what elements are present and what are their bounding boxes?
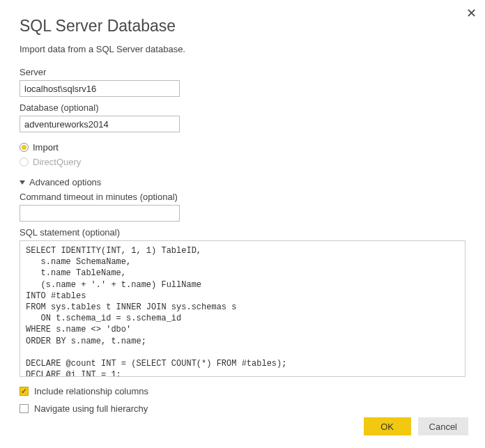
radio-selected-icon [20,143,29,152]
server-label: Server [20,67,465,77]
navigate-hierarchy-label: Navigate using full hierarchy [34,403,148,414]
timeout-label: Command timeout in minutes (optional) [20,192,465,202]
directquery-radio-label: DirectQuery [33,157,81,167]
sql-statement-input[interactable] [20,240,465,377]
dialog-buttons: OK Cancel [364,417,468,435]
import-radio-label: Import [33,142,59,153]
advanced-options-label: Advanced options [29,177,101,187]
cancel-button[interactable]: Cancel [418,417,468,435]
checkbox-unchecked-icon [20,404,29,413]
dialog-subtitle: Import data from a SQL Server database. [20,44,465,54]
ok-button[interactable]: OK [364,417,411,435]
import-radio[interactable]: Import [20,142,465,153]
server-input[interactable] [20,80,180,97]
navigate-hierarchy-checkbox[interactable]: Navigate using full hierarchy [20,403,465,414]
radio-unselected-icon [20,157,29,167]
database-input[interactable] [20,116,180,132]
timeout-input[interactable] [20,205,180,222]
dialog-title: SQL Server Database [20,17,465,36]
sql-statement-label: SQL statement (optional) [20,227,465,238]
include-relationship-label: Include relationship columns [34,386,148,396]
database-label: Database (optional) [20,102,465,113]
directquery-radio[interactable]: DirectQuery [20,157,465,167]
advanced-options-toggle[interactable]: Advanced options [20,177,465,187]
close-icon[interactable]: ✕ [466,6,477,21]
connectivity-mode-group: Import DirectQuery [20,142,465,167]
checkbox-checked-icon: ✓ [20,387,29,396]
caret-down-icon [20,180,25,185]
sql-server-dialog: ✕ SQL Server Database Import data from a… [0,0,485,431]
include-relationship-checkbox[interactable]: ✓ Include relationship columns [20,386,465,396]
